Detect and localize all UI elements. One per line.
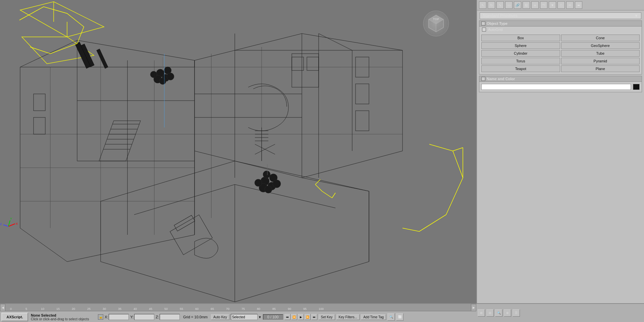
set-key-button[interactable]: Set Key: [319, 314, 335, 320]
sphere-button[interactable]: Sphere: [481, 42, 560, 49]
z-coordinate: Z:: [156, 314, 180, 320]
zoom-extents-button[interactable]: ⬜: [396, 313, 404, 321]
toolbar-top: ↖ ↻ ⤡ ▭ 🔗 ⛓ ∞ 〜 ▼ □ ✏ ⬌: [477, 0, 644, 10]
x-coordinate: X:: [105, 314, 129, 320]
space-warp-icon[interactable]: 〜: [540, 1, 547, 9]
pyramid-button[interactable]: Pyramid: [561, 58, 640, 64]
cone-button[interactable]: Cone: [561, 35, 640, 41]
svg-point-69: [265, 186, 272, 193]
rotate-icon[interactable]: ↻: [488, 1, 495, 9]
y-input[interactable]: [134, 314, 154, 320]
play-button[interactable]: ▶: [298, 314, 304, 320]
torus-button[interactable]: Torus: [481, 58, 560, 64]
svg-rect-0: [0, 0, 476, 322]
color-swatch[interactable]: [633, 84, 640, 90]
autogrid-row: AutoGrid: [479, 26, 642, 33]
svg-point-71: [263, 171, 270, 178]
time-controls: ⏮ ⏪ ▶ ⏩ ⏭: [284, 314, 317, 320]
none-selected-label: None Selected: [31, 313, 95, 317]
scale-icon[interactable]: ⤡: [496, 1, 504, 9]
tick-20: 20: [72, 307, 75, 311]
teapot-button[interactable]: Teapot: [481, 65, 560, 72]
autogrid-checkbox[interactable]: [482, 28, 486, 32]
bottom-bar: ◀ 0 5 10 15 20 25 30 35 40 45 50 55 60 6…: [0, 303, 476, 322]
unlink-icon[interactable]: ⛓: [523, 1, 530, 9]
geosphere-button[interactable]: GeoSphere: [561, 42, 640, 49]
svg-text:TOP: TOP: [433, 17, 439, 21]
z-input[interactable]: [160, 314, 180, 320]
frame-counter: 0 / 100: [263, 314, 283, 320]
rp-btn-4[interactable]: ⊕: [504, 309, 511, 317]
scene-wireframe: X Y Z: [0, 0, 476, 322]
object-type-grid: Box Cone Sphere GeoSphere Cylinder Tube …: [479, 33, 642, 74]
tick-45: 45: [149, 307, 152, 311]
svg-point-62: [167, 73, 174, 80]
name-color-collapse[interactable]: −: [481, 77, 485, 81]
object-type-collapse[interactable]: −: [481, 21, 485, 25]
rp-btn-3[interactable]: 🔍: [495, 309, 502, 317]
x-input[interactable]: [109, 314, 129, 320]
next-frame-button[interactable]: ⏩: [305, 314, 311, 320]
tick-30: 30: [103, 307, 106, 311]
add-time-tag-button[interactable]: Add Time Tag: [361, 314, 386, 320]
svg-text:Y: Y: [10, 217, 12, 220]
svg-text:X: X: [16, 222, 18, 225]
go-end-button[interactable]: ⏭: [311, 314, 317, 320]
window-crossing-icon[interactable]: □: [557, 1, 565, 9]
tick-80: 80: [257, 307, 260, 311]
link-icon[interactable]: 🔗: [514, 1, 521, 9]
main-viewport[interactable]: Perspectiva: [0, 0, 476, 322]
svg-text:Z: Z: [0, 222, 2, 226]
zoom-button[interactable]: 🔍: [387, 313, 395, 321]
tick-85: 85: [272, 307, 276, 311]
right-panel: ↖ ↻ ⤡ ▭ 🔗 ⛓ ∞ 〜 ▼ □ ✏ ⬌ Standard Primiti…: [476, 0, 644, 322]
mirror-icon[interactable]: ⬌: [575, 1, 582, 9]
tick-40: 40: [133, 307, 137, 311]
rp-btn-2[interactable]: ⊟: [486, 309, 494, 317]
tick-25: 25: [87, 307, 91, 311]
rp-btn-1[interactable]: ⊞: [478, 309, 485, 317]
select-region-icon[interactable]: ▭: [505, 1, 513, 9]
go-start-button[interactable]: ⏮: [284, 314, 290, 320]
lock-button[interactable]: 🔒: [98, 314, 103, 320]
tick-65: 65: [211, 307, 214, 311]
bind-icon[interactable]: ∞: [531, 1, 539, 9]
timeline-scroll-right[interactable]: ▶: [471, 304, 476, 311]
paint-select-icon[interactable]: ✏: [566, 1, 574, 9]
tube-button[interactable]: Tube: [561, 50, 640, 57]
y-coordinate: Y:: [130, 314, 154, 320]
cursor-icon[interactable]: ↖: [479, 1, 486, 9]
name-color-header: − Name and Color: [479, 76, 642, 82]
prev-frame-button[interactable]: ⏪: [291, 314, 297, 320]
selected-field: ▼: [231, 314, 262, 320]
tick-90: 90: [288, 307, 291, 311]
primitives-dropdown[interactable]: Standard Primitives ▼: [480, 12, 641, 19]
name-input-field[interactable]: [481, 84, 631, 90]
svg-point-70: [273, 180, 281, 188]
object-type-section: − Object Type AutoGrid Box Cone Sphere G…: [479, 20, 642, 74]
navigation-cube[interactable]: TOP: [423, 10, 449, 37]
plane-button[interactable]: Plane: [561, 65, 640, 72]
object-type-header: − Object Type: [479, 21, 642, 26]
status-bar: AXScript. None Selected Click or click-a…: [0, 311, 476, 322]
axscript-button[interactable]: AXScript.: [1, 313, 28, 321]
auto-key-button[interactable]: Auto Key: [211, 314, 229, 320]
grid-info: Grid = 10.0mm: [181, 315, 210, 319]
tick-95: 95: [303, 307, 307, 311]
selected-dropdown[interactable]: ▼: [258, 315, 262, 319]
tick-0: 0: [10, 307, 12, 311]
cylinder-button[interactable]: Cylinder: [481, 50, 560, 57]
right-panel-bottom: ⊞ ⊟ 🔍 ⊕ ☰: [476, 303, 644, 322]
timeline-scroll-left[interactable]: ◀: [0, 304, 5, 311]
tick-5: 5: [25, 307, 27, 311]
tick-75: 75: [241, 307, 245, 311]
filter-icon[interactable]: ▼: [549, 1, 556, 9]
selected-input[interactable]: [231, 314, 258, 320]
rp-btn-5[interactable]: ☰: [513, 309, 520, 317]
tick-55: 55: [180, 307, 183, 311]
tick-100: 100: [319, 307, 324, 311]
box-button[interactable]: Box: [481, 35, 560, 41]
svg-point-68: [255, 179, 262, 186]
key-filters-button[interactable]: Key Filters...: [336, 314, 360, 320]
hint-label: Click or click-and-drag to select object…: [31, 317, 95, 321]
